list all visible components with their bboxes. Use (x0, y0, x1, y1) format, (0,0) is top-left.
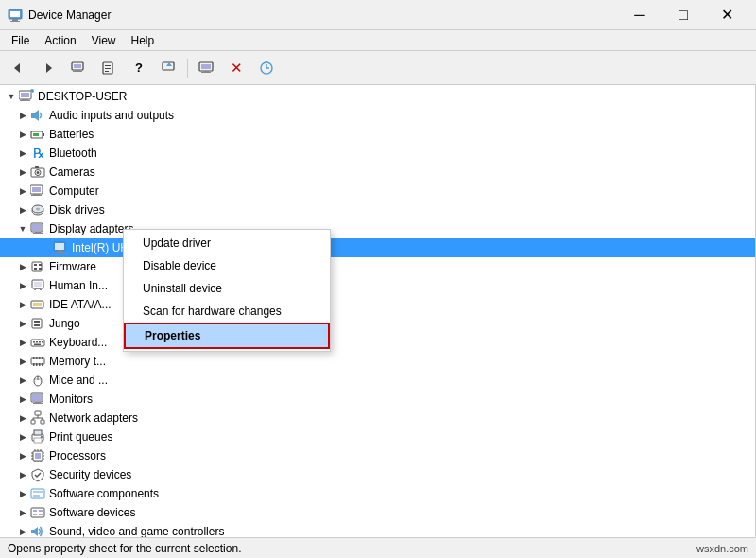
cameras-toggle[interactable]: ▶ (15, 165, 30, 180)
svg-rect-89 (35, 411, 41, 415)
tree-root[interactable]: ▼ i DESKTOP-USER (0, 87, 755, 106)
display-toggle[interactable]: ▼ (15, 221, 30, 236)
maximize-button[interactable]: □ (662, 0, 705, 30)
display-label: Display adapters (49, 222, 133, 235)
back-button[interactable] (4, 55, 32, 81)
tree-item-security[interactable]: ▶ Security devices (0, 465, 755, 484)
tree-item-processors[interactable]: ▶ Proces (0, 446, 755, 465)
minimize-button[interactable]: ─ (618, 0, 662, 30)
audio-toggle[interactable]: ▶ (15, 108, 30, 123)
network-toggle[interactable]: ▶ (15, 410, 30, 426)
svg-rect-88 (33, 403, 43, 404)
context-scan-hardware[interactable]: Scan for hardware changes (124, 300, 330, 323)
root-toggle[interactable]: ▼ (4, 89, 19, 104)
human-toggle[interactable]: ▶ (15, 278, 30, 293)
update-driver-button[interactable] (155, 55, 183, 81)
keyboard-toggle[interactable]: ▶ (15, 335, 30, 350)
context-properties[interactable]: Properties (124, 323, 330, 349)
tree-item-jungo[interactable]: ▶ Jungo (0, 314, 755, 333)
disk-toggle[interactable]: ▶ (15, 202, 30, 218)
root-label: DESKTOP-USER (38, 90, 127, 103)
batteries-toggle[interactable]: ▶ (15, 127, 30, 142)
mice-toggle[interactable]: ▶ (15, 373, 30, 388)
tree-item-cameras[interactable]: ▶ Cameras (0, 163, 755, 182)
svg-rect-115 (33, 491, 43, 493)
device-tree[interactable]: ▼ i DESKTOP-USER ▶ (0, 85, 756, 537)
tree-item-softcomp[interactable]: ▶ Software components (0, 484, 755, 503)
menu-file[interactable]: File (4, 32, 37, 49)
svg-rect-58 (34, 282, 42, 287)
tree-item-bluetooth[interactable]: ▶ ℞ Bluetooth (0, 144, 755, 163)
delete-button[interactable]: ✕ (222, 55, 250, 81)
bluetooth-icon: ℞ (30, 146, 45, 161)
tree-item-disk[interactable]: ▶ Disk drives (0, 201, 755, 219)
softcomp-icon (30, 486, 45, 501)
tree-item-print[interactable]: ▶ Print queues (0, 427, 755, 446)
human-icon (30, 278, 45, 293)
print-toggle[interactable]: ▶ (15, 429, 30, 445)
svg-rect-117 (31, 508, 44, 517)
svg-text:℞: ℞ (33, 147, 45, 161)
softcomp-toggle[interactable]: ▶ (15, 486, 30, 501)
monitor-button[interactable] (192, 55, 220, 81)
sound-toggle[interactable]: ▶ (15, 524, 30, 537)
svg-rect-80 (39, 363, 41, 366)
tree-item-computer[interactable]: ▶ Computer (0, 182, 755, 201)
jungo-icon (30, 316, 45, 331)
computer-icon: i (19, 89, 34, 104)
tree-item-firmware[interactable]: ▶ Firmware (0, 257, 755, 276)
monitors-icon (30, 392, 45, 407)
tree-item-human[interactable]: ▶ Human In... (0, 276, 755, 295)
context-update-driver[interactable]: Update driver (124, 232, 330, 254)
tree-item-mice[interactable]: ▶ Mice and ... (0, 371, 755, 390)
tree-item-monitors[interactable]: ▶ Monitors (0, 390, 755, 409)
menu-help[interactable]: Help (124, 32, 163, 49)
svg-rect-55 (39, 264, 42, 266)
tree-item-audio[interactable]: ▶ Audio inputs and outputs (0, 106, 755, 125)
firmware-toggle[interactable]: ▶ (15, 259, 30, 274)
ide-toggle[interactable]: ▶ (15, 297, 30, 312)
context-disable-device[interactable]: Disable device (124, 254, 330, 277)
status-bar: Opens property sheet for the current sel… (0, 537, 756, 558)
security-toggle[interactable]: ▶ (15, 467, 30, 482)
bluetooth-toggle[interactable]: ▶ (15, 146, 30, 161)
network-label: Network adapters (49, 411, 138, 425)
menu-action[interactable]: Action (37, 32, 83, 49)
svg-rect-11 (105, 65, 111, 66)
tree-item-memory[interactable]: ▶ Memory t... (0, 352, 755, 371)
monitors-toggle[interactable]: ▶ (15, 392, 30, 407)
computer-button[interactable] (64, 55, 93, 81)
processors-icon (30, 448, 45, 463)
svg-rect-19 (201, 72, 211, 73)
softdev-toggle[interactable]: ▶ (15, 505, 30, 520)
tree-item-display[interactable]: ▼ Display adapters (0, 219, 755, 238)
forward-button[interactable] (34, 55, 62, 81)
svg-rect-2 (12, 19, 18, 21)
tree-item-sound[interactable]: ▶ Sound, video and game controllers (0, 522, 755, 537)
toolbar-separator (187, 59, 188, 78)
svg-rect-12 (105, 68, 111, 69)
tree-item-batteries[interactable]: ▶ Batteries (0, 125, 755, 144)
tree-item-ide[interactable]: ▶ IDE ATA/A... (0, 295, 755, 314)
context-uninstall-device[interactable]: Uninstall device (124, 277, 330, 300)
scan-button[interactable] (252, 55, 281, 81)
tree-item-softdev[interactable]: ▶ Software devices (0, 503, 755, 522)
tree-item-keyboard[interactable]: ▶ Keyboard... (0, 333, 755, 352)
memory-toggle[interactable]: ▶ (15, 354, 30, 369)
jungo-toggle[interactable]: ▶ (15, 316, 30, 331)
svg-rect-17 (201, 64, 211, 69)
tree-item-intel[interactable]: ▶ Intel(R) UHD Graphics 620 (0, 238, 755, 257)
processors-toggle[interactable]: ▶ (15, 448, 30, 463)
svg-rect-90 (31, 420, 35, 424)
svg-rect-49 (55, 243, 64, 250)
properties-button[interactable] (94, 55, 123, 81)
menu-view[interactable]: View (84, 32, 124, 49)
tree-item-network[interactable]: ▶ Network adapters (0, 409, 755, 427)
audio-icon (30, 108, 45, 123)
help-button[interactable]: ? (125, 55, 153, 81)
svg-rect-122 (31, 530, 34, 533)
svg-rect-76 (39, 357, 41, 359)
close-button[interactable]: ✕ (705, 0, 748, 30)
sound-icon (30, 524, 45, 537)
computer-toggle[interactable]: ▶ (15, 183, 30, 199)
